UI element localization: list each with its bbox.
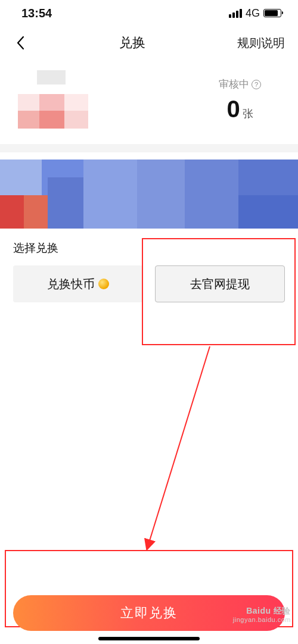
option-withdraw-label: 去官网提现 xyxy=(190,276,250,292)
audit-label: 审核中 xyxy=(219,77,249,91)
coin-icon xyxy=(98,279,109,289)
option-withdraw[interactable]: 去官网提现 xyxy=(155,265,285,302)
network-label: 4G xyxy=(246,7,260,20)
section-divider xyxy=(0,144,298,152)
rules-link[interactable]: 规则说明 xyxy=(237,35,285,51)
audit-status[interactable]: 审核中 ? xyxy=(219,77,261,91)
page-title: 兑换 xyxy=(119,34,145,52)
promo-banner[interactable] xyxy=(0,160,298,229)
home-indicator xyxy=(98,637,200,640)
option-exchange-coin[interactable]: 兑换快币 xyxy=(13,265,143,302)
watermark-url: jingyan.baidu.com xyxy=(233,616,291,624)
ticket-count-area: 审核中 ? 0 张 xyxy=(219,77,285,123)
exchange-button-label: 立即兑换 xyxy=(120,604,178,622)
status-right: 4G xyxy=(229,7,281,20)
account-info: 审核中 ? 0 张 xyxy=(0,60,298,144)
nav-bar: 兑换 规则说明 xyxy=(0,26,298,60)
signal-icon xyxy=(229,9,242,18)
avatar-placeholder xyxy=(13,70,108,130)
status-bar: 13:54 4G xyxy=(0,0,298,26)
chevron-left-icon xyxy=(16,36,24,50)
status-time: 13:54 xyxy=(21,7,52,20)
exchange-options: 兑换快币 去官网提现 xyxy=(0,265,298,302)
option-coin-label: 兑换快币 xyxy=(47,276,95,292)
ticket-count: 0 xyxy=(226,96,240,123)
ticket-unit: 张 xyxy=(243,107,253,121)
watermark-brand: Baidu 经验 xyxy=(233,606,291,616)
help-icon[interactable]: ? xyxy=(252,80,261,89)
svg-line-0 xyxy=(148,346,210,546)
watermark: Baidu 经验 jingyan.baidu.com xyxy=(233,606,291,624)
select-label: 选择兑换 xyxy=(0,229,298,265)
battery-icon xyxy=(263,9,281,17)
back-button[interactable] xyxy=(13,36,27,50)
